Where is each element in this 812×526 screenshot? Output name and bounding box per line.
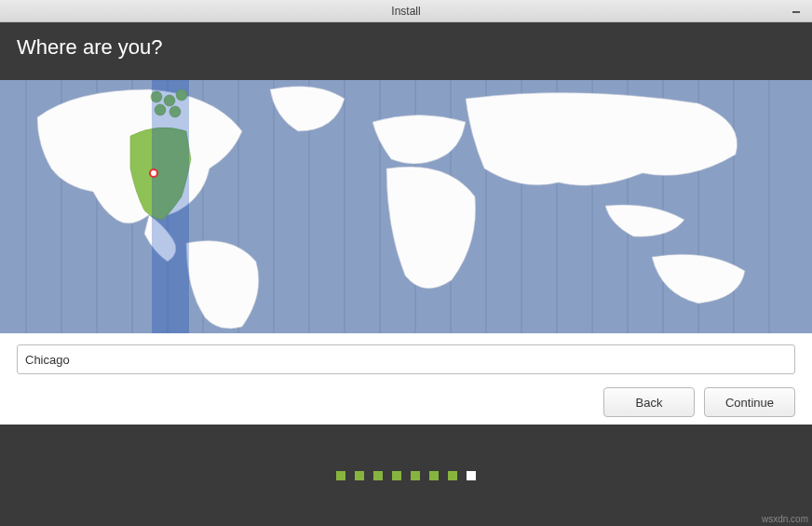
nav-buttons: Back Continue — [17, 387, 795, 417]
step-header: Where are you? — [0, 22, 812, 80]
progress-dot — [355, 471, 364, 480]
continue-button[interactable]: Continue — [704, 387, 795, 417]
progress-dot — [448, 471, 457, 480]
back-button[interactable]: Back — [603, 387, 695, 417]
timezone-map[interactable] — [0, 80, 812, 333]
location-pin-icon — [149, 169, 160, 180]
minimize-button[interactable] — [790, 2, 803, 15]
progress-dot — [411, 471, 420, 480]
window-title: Install — [391, 5, 420, 18]
watermark: wsxdn.com — [762, 514, 808, 524]
progress-dot — [392, 471, 401, 480]
progress-dot — [336, 471, 345, 480]
selected-timezone-band — [152, 80, 189, 333]
progress-dot-current — [467, 471, 476, 480]
titlebar[interactable]: Install — [0, 0, 812, 22]
progress-footer — [0, 425, 812, 526]
location-input[interactable] — [17, 344, 795, 374]
world-map-svg — [0, 80, 812, 333]
install-window: Install Where are you? — [0, 0, 812, 526]
progress-dot — [373, 471, 383, 480]
step-title: Where are you? — [17, 35, 163, 59]
progress-dot — [429, 471, 439, 480]
controls-area: Back Continue — [0, 333, 812, 425]
